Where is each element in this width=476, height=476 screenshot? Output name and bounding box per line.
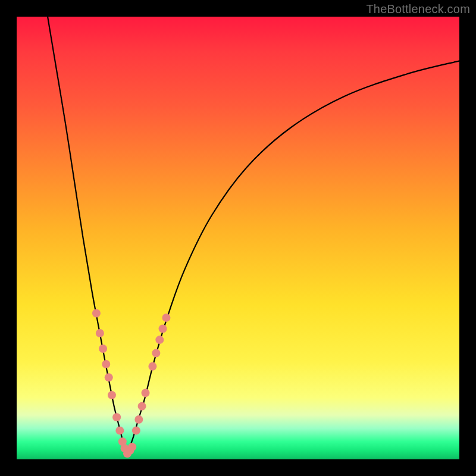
data-marker: [92, 309, 101, 317]
curve-left-branch: [48, 17, 126, 455]
watermark-label: TheBottleneck.com: [366, 2, 470, 16]
data-marker: [108, 391, 116, 399]
data-marker: [152, 349, 160, 357]
data-marker: [99, 345, 107, 353]
data-marker: [142, 389, 150, 397]
data-marker: [148, 362, 156, 371]
plot-area: [17, 17, 459, 459]
data-marker: [102, 360, 110, 368]
data-marker: [105, 373, 113, 381]
data-marker: [96, 329, 104, 337]
chart-svg: [17, 17, 459, 459]
figure-frame: TheBottleneck.com: [0, 0, 476, 476]
data-marker: [134, 415, 143, 424]
data-marker: [159, 325, 167, 333]
curve-right-branch: [126, 61, 459, 455]
data-marker: [132, 427, 140, 435]
data-marker: [115, 427, 124, 435]
data-marker: [162, 314, 170, 322]
data-marker: [128, 443, 136, 451]
data-marker: [112, 413, 121, 421]
data-marker: [155, 336, 164, 344]
data-marker: [138, 402, 146, 411]
